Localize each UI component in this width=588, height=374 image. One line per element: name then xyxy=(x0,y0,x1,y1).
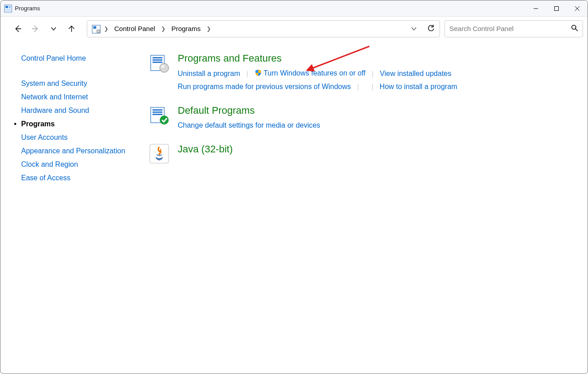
svg-rect-11 xyxy=(153,57,162,58)
svg-rect-2 xyxy=(9,6,11,8)
svg-point-20 xyxy=(160,116,169,125)
address-dropdown-button[interactable] xyxy=(405,21,422,37)
maximize-button[interactable] xyxy=(546,0,567,17)
programs-features-icon xyxy=(149,53,170,73)
search-box[interactable] xyxy=(444,20,583,37)
close-button[interactable] xyxy=(567,0,588,17)
sublink-turn-windows-features-on-or-off[interactable]: Turn Windows features on or off xyxy=(255,67,366,80)
separator: | xyxy=(247,67,248,80)
svg-point-14 xyxy=(160,63,169,72)
address-bar[interactable]: ❯ Control Panel ❯ Programs ❯ xyxy=(87,20,440,37)
chevron-right-icon[interactable]: ❯ xyxy=(103,26,110,32)
sidebar: Control Panel Home System and SecurityNe… xyxy=(0,41,135,374)
category-links: Uninstall a program| Turn Windows featur… xyxy=(178,67,574,93)
titlebar: Programs xyxy=(0,0,588,17)
window-controls xyxy=(525,0,588,17)
category-title[interactable]: Programs and Features xyxy=(178,53,574,64)
search-icon[interactable] xyxy=(571,24,578,33)
control-panel-app-icon xyxy=(4,4,12,13)
svg-rect-13 xyxy=(153,62,162,63)
category-default-programs: Default ProgramsChange default settings … xyxy=(149,105,574,132)
default-programs-icon xyxy=(149,105,170,125)
svg-rect-18 xyxy=(153,111,162,113)
svg-rect-4 xyxy=(555,6,559,10)
uac-shield-icon xyxy=(255,68,262,80)
sidebar-item-user-accounts[interactable]: User Accounts xyxy=(21,131,126,144)
svg-point-7 xyxy=(97,30,100,33)
separator: | xyxy=(372,80,373,93)
sidebar-item-hardware-and-sound[interactable]: Hardware and Sound xyxy=(21,104,126,117)
breadcrumb-root-label: Control Panel xyxy=(114,25,155,32)
category-links: Change default settings for media or dev… xyxy=(178,119,574,132)
breadcrumb-root[interactable]: Control Panel xyxy=(112,24,157,33)
svg-point-15 xyxy=(161,65,165,68)
sublink-change-default-settings-for-media-or-devices[interactable]: Change default settings for media or dev… xyxy=(178,119,320,132)
content-area: Control Panel Home System and SecurityNe… xyxy=(0,41,588,374)
forward-button[interactable] xyxy=(27,20,45,38)
back-button[interactable] xyxy=(9,20,27,38)
address-bar-right xyxy=(405,21,440,37)
sidebar-item-ease-of-access[interactable]: Ease of Access xyxy=(21,171,126,185)
svg-rect-1 xyxy=(5,6,8,8)
svg-rect-12 xyxy=(153,59,162,61)
sublink-run-programs-made-for-previous-versions-of-windows[interactable]: Run programs made for previous versions … xyxy=(178,80,351,93)
category-java-32-bit-: Java (32-bit) xyxy=(149,143,574,164)
sidebar-item-system-and-security[interactable]: System and Security xyxy=(21,77,126,90)
sublink-how-to-install-a-program[interactable]: How to install a program xyxy=(380,80,458,93)
sidebar-item-network-and-internet[interactable]: Network and Internet xyxy=(21,90,126,104)
java-icon xyxy=(149,143,170,164)
svg-point-8 xyxy=(572,25,576,29)
sidebar-item-programs[interactable]: Programs xyxy=(21,117,126,131)
sidebar-item-appearance-and-personalization[interactable]: Appearance and Personalization xyxy=(21,144,126,158)
search-input[interactable] xyxy=(449,25,567,32)
category-programs-and-features: Programs and FeaturesUninstall a program… xyxy=(149,53,574,93)
sidebar-item-clock-and-region[interactable]: Clock and Region xyxy=(21,158,126,171)
category-title[interactable]: Default Programs xyxy=(178,105,574,116)
chevron-right-icon[interactable]: ❯ xyxy=(160,26,167,32)
address-bar-icon xyxy=(92,25,100,33)
recent-locations-button[interactable] xyxy=(45,20,63,38)
svg-rect-6 xyxy=(93,26,96,29)
main-panel: Programs and FeaturesUninstall a program… xyxy=(135,41,588,374)
separator: | xyxy=(357,80,359,93)
category-title[interactable]: Java (32-bit) xyxy=(178,143,574,155)
chevron-right-icon[interactable]: ❯ xyxy=(205,26,212,32)
control-panel-home-link[interactable]: Control Panel Home xyxy=(21,54,126,62)
sublink-uninstall-a-program[interactable]: Uninstall a program xyxy=(178,67,240,80)
refresh-button[interactable] xyxy=(422,21,440,37)
breadcrumb-current[interactable]: Programs xyxy=(170,24,202,33)
svg-rect-17 xyxy=(153,109,162,111)
window-title: Programs xyxy=(15,5,40,12)
separator: | xyxy=(372,67,373,80)
svg-rect-19 xyxy=(153,114,162,115)
sublink-view-installed-updates[interactable]: View installed updates xyxy=(380,67,451,80)
titlebar-left: Programs xyxy=(4,4,40,13)
nav-row: ❯ Control Panel ❯ Programs ❯ xyxy=(0,17,588,41)
breadcrumb-current-label: Programs xyxy=(171,25,201,32)
svg-rect-3 xyxy=(5,9,11,11)
up-button[interactable] xyxy=(63,20,81,38)
minimize-button[interactable] xyxy=(525,0,546,17)
